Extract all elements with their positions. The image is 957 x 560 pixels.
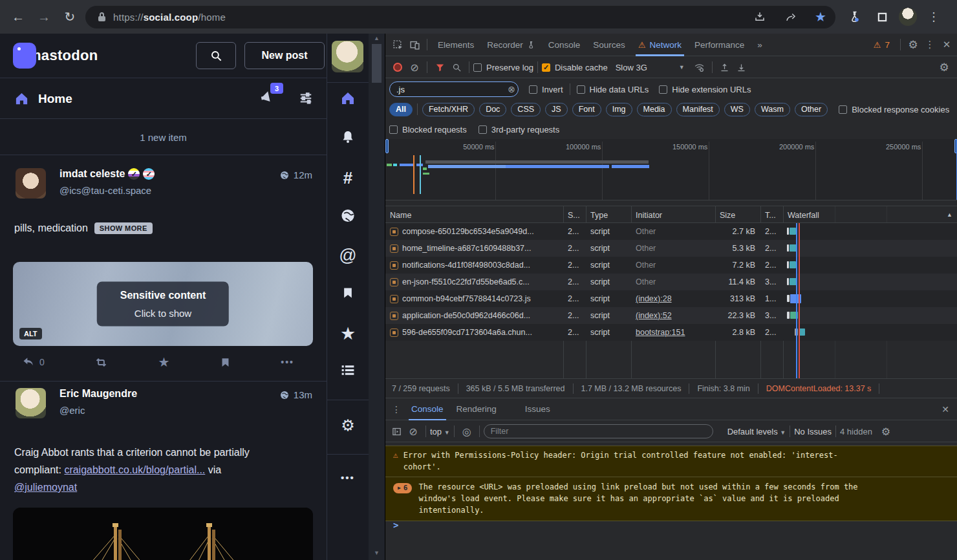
throttling-select[interactable]: Slow 3G▼ [616,63,685,72]
drawer-tab-issues[interactable]: Issues [519,398,557,420]
filter-chip-ws[interactable]: WS [724,103,750,116]
context-select[interactable]: top ▼ [430,427,450,436]
console-prompt[interactable]: > [393,520,398,530]
nav-preferences-icon[interactable]: ⚙ [341,416,355,435]
nav-lists-icon[interactable] [340,362,356,378]
extension-flask-icon[interactable] [842,4,868,30]
mastodon-logo-text[interactable]: mastodon [28,47,98,64]
url-text[interactable]: https://social.coop/home [113,12,226,23]
search-network-icon[interactable] [448,59,465,76]
tab-console[interactable]: Console [542,34,587,56]
bookmark-button[interactable] [220,354,231,370]
console-settings-icon[interactable]: ⚙ [877,423,894,440]
tab-recorder[interactable]: Recorder [480,34,542,56]
alt-badge[interactable]: ALT [19,328,42,339]
post-handle[interactable]: @eric [59,405,85,416]
reload-icon[interactable]: ↻ [57,4,83,30]
devtools-menu-icon[interactable]: ⋮ [921,36,938,53]
initiator-link[interactable]: (index):28 [636,294,672,303]
sort-arrow-icon[interactable]: ▲ [947,211,952,218]
post-display-name[interactable]: Eric Maugendre [59,388,137,400]
nav-public-icon[interactable] [341,208,356,223]
mastodon-logo-icon[interactable] [13,43,36,69]
filter-chip-img[interactable]: Img [606,103,632,116]
post-handle[interactable]: @ics@tau-ceti.space [59,185,151,196]
tab-performance[interactable]: Performance [688,34,751,56]
filter-chip-media[interactable]: Media [637,103,672,116]
request-row[interactable]: application-de50c0d962d466c06d... 2... s… [385,307,957,324]
post-avatar[interactable] [16,168,46,199]
post-eric[interactable]: Eric Maugendre @eric 13m Craig Abbot ran… [0,388,327,560]
request-row[interactable]: notifications-4d1f08f498003c8dad... 2...… [385,257,957,274]
request-row[interactable]: 596-de655f09cd7173604a6a.chun... 2... sc… [385,324,957,341]
filter-chip-font[interactable]: Font [572,103,601,116]
scroll-up-icon[interactable]: ▲ [369,35,385,44]
initiator-link[interactable]: bootstrap:151 [636,328,685,337]
request-row[interactable]: en-json-f5510c22fd7d55be6ad5.c... 2... s… [385,274,957,290]
invert-checkbox[interactable]: Invert [529,85,563,94]
preserve-log-checkbox[interactable]: Preserve log [473,63,533,72]
more-tabs-button[interactable]: » [751,34,769,56]
network-settings-icon[interactable]: ⚙ [936,59,952,76]
new-items-banner[interactable]: 1 new item [0,120,327,155]
favourite-button[interactable]: ★ [158,354,170,370]
clear-network-log-icon[interactable]: ⊘ [406,59,423,76]
drawer-tab-console[interactable]: Console [405,398,450,420]
share-icon[interactable] [784,10,798,24]
export-har-icon[interactable] [733,59,750,76]
filter-icon[interactable] [431,59,448,76]
home-column-header[interactable]: Home 3 [0,79,327,119]
log-levels-select[interactable]: Default levels ▼ [727,427,786,436]
filter-chip-wasm[interactable]: Wasm [755,103,790,116]
column-settings-button[interactable] [299,91,313,105]
request-row[interactable]: home_timeline-a687c1609488b37... 2... sc… [385,240,957,257]
blocked-requests-checkbox[interactable]: Blocked requests [389,125,467,135]
nav-bookmarks-icon[interactable] [341,286,354,300]
filter-chip-manifest[interactable]: Manifest [676,103,720,116]
nav-more-icon[interactable]: ••• [341,472,355,483]
post-display-name[interactable]: imdat celeste ✓ ✓ [59,168,155,180]
drawer-close-icon[interactable]: ✕ [937,401,954,418]
inspect-element-icon[interactable] [389,36,406,53]
tab-elements[interactable]: Elements [431,34,480,56]
tab-network[interactable]: ⚠Network [632,34,688,56]
console-filter-input[interactable] [484,424,713,438]
external-link[interactable]: craigabbott.co.uk/blog/partial... [64,464,205,475]
requests-table-header[interactable]: Name S... Type Initiator Size T... Water… [385,206,957,223]
back-icon[interactable]: ← [5,4,31,30]
scrollbar-thumb[interactable] [372,44,382,83]
post-image-bridge[interactable] [13,508,313,560]
request-row[interactable]: common-b94cebf75788414c0723.js 2... scri… [385,290,957,307]
post-meta[interactable]: 13m [279,389,312,400]
profile-avatar[interactable] [899,8,917,26]
sensitive-overlay[interactable]: Sensitive content Click to show [97,282,229,327]
filter-chip-js[interactable]: JS [545,103,568,116]
post-meta[interactable]: 12m [279,169,312,180]
issues-counter[interactable]: No Issues [794,427,832,436]
clear-filter-icon[interactable]: ⊗ [508,84,515,94]
mention-link[interactable]: @juliemoynat [14,482,77,493]
initiator-link[interactable]: (index):52 [636,311,672,320]
post-imdat[interactable]: imdat celeste ✓ ✓ @ics@tau-ceti.space 12… [0,168,327,382]
new-post-button[interactable]: New post [244,42,325,69]
browser-menu-icon[interactable]: ⋮ [921,4,947,30]
filter-chip-all[interactable]: All [389,103,413,116]
post-avatar[interactable] [16,388,46,418]
nav-mentions-icon[interactable]: @ [339,246,356,266]
console-warning-2[interactable]: ▶6The resource <URL> was preloaded using… [385,477,957,521]
console-sidebar-icon[interactable] [388,423,405,440]
network-filter-input[interactable] [389,81,519,97]
show-more-button[interactable]: SHOW MORE [94,222,153,234]
console-warning-1[interactable]: ⚠Error with Permissions-Policy header: O… [385,446,957,477]
message-count-badge[interactable]: ▶6 [393,483,412,493]
error-counter[interactable]: ⚠7 [867,34,896,56]
address-bar[interactable]: https://social.coop/home ★ [85,6,835,28]
nav-explore-icon[interactable]: # [343,168,352,188]
third-party-requests-checkbox[interactable]: 3rd-party requests [478,125,560,135]
import-har-icon[interactable] [716,59,733,76]
install-icon[interactable] [753,10,767,24]
device-toolbar-icon[interactable] [406,36,423,53]
record-network-log-icon[interactable] [389,59,406,76]
hide-extension-urls-checkbox[interactable]: Hide extension URLs [659,85,751,94]
sensitive-media[interactable]: Sensitive content Click to show ALT [13,262,313,346]
